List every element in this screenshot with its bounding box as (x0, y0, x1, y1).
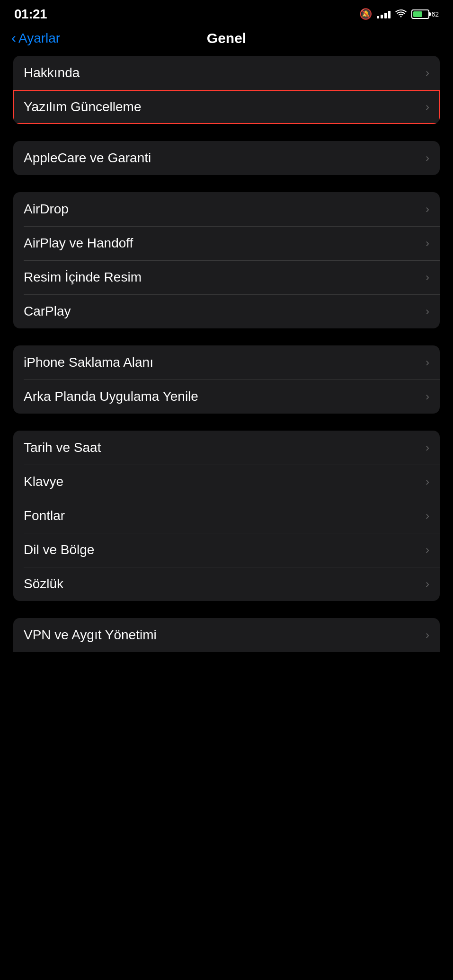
chevron-icon: › (426, 441, 429, 454)
row-dil-bolge[interactable]: Dil ve Bölge › (13, 533, 440, 567)
row-resim-icinde-resim[interactable]: Resim İçinde Resim › (13, 260, 440, 294)
section-group-2: AppleCare ve Garanti › (13, 141, 440, 175)
row-arka-planda[interactable]: Arka Planda Uygulama Yenile › (13, 380, 440, 414)
row-tarih-saat[interactable]: Tarih ve Saat › (13, 431, 440, 465)
status-bar: 01:21 🔕 62 (0, 0, 453, 26)
back-label: Ayarlar (18, 31, 60, 46)
section-group-5: Tarih ve Saat › Klavye › Fontlar › Dil v… (13, 431, 440, 601)
battery-indicator: 62 (411, 9, 439, 19)
battery-fill (413, 11, 422, 17)
row-yazilim-guncelleme[interactable]: Yazılım Güncelleme › (13, 90, 440, 124)
section-group-6: VPN ve Aygıt Yönetimi › (13, 618, 440, 652)
wifi-icon (395, 9, 407, 20)
section-group-1: Hakkında › Yazılım Güncelleme › (13, 56, 440, 124)
row-airdrop[interactable]: AirDrop › (13, 192, 440, 226)
row-applecare[interactable]: AppleCare ve Garanti › (13, 141, 440, 175)
chevron-icon: › (426, 203, 429, 216)
chevron-icon: › (426, 271, 429, 284)
chevron-icon: › (426, 151, 429, 165)
back-button[interactable]: ‹ Ayarlar (11, 31, 60, 46)
chevron-icon: › (426, 577, 429, 591)
chevron-icon: › (426, 356, 429, 369)
chevron-icon: › (426, 628, 429, 642)
chevron-icon: › (426, 543, 429, 556)
row-carplay[interactable]: CarPlay › (13, 294, 440, 328)
chevron-icon: › (426, 390, 429, 403)
section-group-3: AirDrop › AirPlay ve Handoff › Resim İçi… (13, 192, 440, 328)
chevron-icon: › (426, 66, 429, 79)
row-fontlar[interactable]: Fontlar › (13, 499, 440, 533)
row-iphone-saklama[interactable]: iPhone Saklama Alanı › (13, 345, 440, 380)
battery-percentage: 62 (431, 10, 439, 18)
chevron-icon: › (426, 305, 429, 318)
chevron-icon: › (426, 237, 429, 250)
settings-content: Hakkında › Yazılım Güncelleme › AppleCar… (0, 56, 453, 652)
nav-header: ‹ Ayarlar Genel (0, 26, 453, 56)
status-time: 01:21 (14, 7, 47, 22)
mute-icon: 🔕 (359, 8, 372, 20)
section-group-4: iPhone Saklama Alanı › Arka Planda Uygul… (13, 345, 440, 414)
row-airplay-handoff[interactable]: AirPlay ve Handoff › (13, 226, 440, 260)
row-sozluk[interactable]: Sözlük › (13, 567, 440, 601)
row-klavye[interactable]: Klavye › (13, 465, 440, 499)
row-hakkinda[interactable]: Hakkında › (13, 56, 440, 90)
row-vpn[interactable]: VPN ve Aygıt Yönetimi › (13, 618, 440, 652)
signal-icon (377, 10, 391, 18)
battery-icon (411, 9, 429, 19)
chevron-icon: › (426, 509, 429, 522)
chevron-icon: › (426, 475, 429, 488)
chevron-icon: › (426, 100, 429, 114)
page-title: Genel (207, 30, 246, 46)
back-chevron-icon: ‹ (11, 31, 16, 45)
status-icons: 🔕 62 (359, 8, 439, 20)
